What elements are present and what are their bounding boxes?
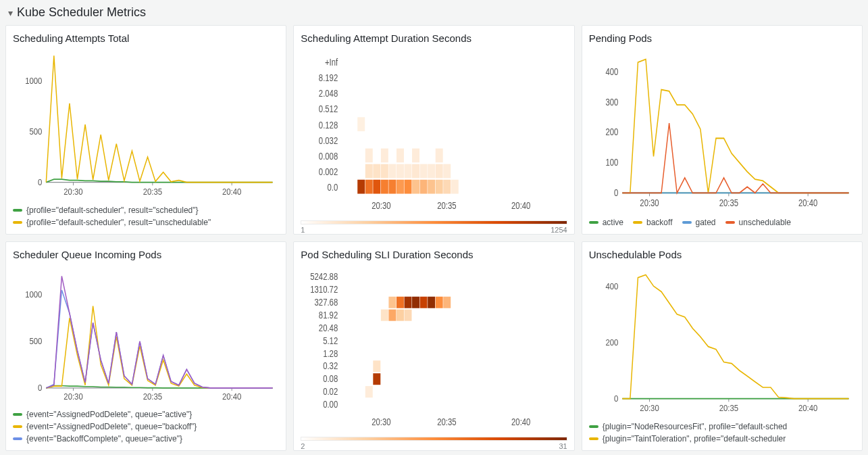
legend-item[interactable]: {event="AssignedPodDelete", queue="backo…	[13, 422, 197, 431]
svg-rect-45	[397, 149, 404, 163]
svg-text:400: 400	[605, 281, 618, 291]
chart-area: 0.00.0020.0080.0320.1280.5122.0488.192+I…	[301, 48, 567, 216]
svg-rect-85	[365, 386, 373, 398]
svg-text:0: 0	[614, 187, 618, 199]
svg-rect-28	[428, 180, 435, 194]
svg-rect-47	[436, 149, 443, 163]
panel-attempt-duration[interactable]: Scheduling Attempt Duration Seconds 0.00…	[293, 25, 574, 235]
panel-grid: Scheduling Attempts Total 0500100020:302…	[0, 25, 868, 455]
svg-rect-32	[365, 164, 373, 178]
section-title: Kube Scheduler Metrics	[17, 5, 146, 20]
chart-area: 010020030040020:3020:3520:40	[589, 48, 855, 214]
svg-rect-30	[444, 180, 451, 194]
svg-text:1000: 1000	[25, 290, 43, 299]
svg-rect-91	[397, 310, 404, 321]
svg-rect-37	[405, 164, 412, 178]
svg-text:20:40: 20:40	[798, 197, 817, 209]
svg-rect-44	[381, 149, 388, 163]
svg-text:200: 200	[605, 126, 618, 138]
svg-rect-24	[397, 180, 404, 194]
svg-text:500: 500	[29, 127, 42, 137]
svg-text:200: 200	[605, 337, 618, 348]
svg-text:20:30: 20:30	[63, 391, 83, 400]
svg-text:0.32: 0.32	[323, 360, 338, 372]
legend-item[interactable]: {plugin="TaintToleration", profile="defa…	[589, 434, 786, 444]
svg-rect-36	[397, 164, 404, 178]
svg-text:20:30: 20:30	[372, 416, 390, 427]
svg-rect-22	[381, 180, 388, 194]
panel-title: Scheduling Attempt Duration Seconds	[301, 32, 567, 44]
svg-text:1000: 1000	[25, 76, 42, 87]
svg-text:+Inf: +Inf	[325, 57, 338, 68]
svg-text:300: 300	[605, 96, 618, 107]
svg-text:20:35: 20:35	[719, 403, 738, 413]
svg-text:20:35: 20:35	[437, 416, 456, 427]
svg-text:0.008: 0.008	[319, 150, 338, 162]
panel-unschedulable[interactable]: Unschedulable Pods 020040020:3020:3520:4…	[582, 241, 863, 451]
svg-text:20:30: 20:30	[640, 197, 659, 209]
color-max: 1254	[551, 226, 567, 234]
legend-item[interactable]: {event="AssignedPodDelete", queue="activ…	[13, 410, 192, 419]
svg-text:0: 0	[38, 383, 43, 392]
legend-item[interactable]: backoff	[633, 218, 672, 227]
legend-item[interactable]: {plugin="NodeResourcesFit", profile="def…	[589, 422, 788, 431]
svg-text:20:40: 20:40	[511, 199, 530, 211]
svg-rect-33	[374, 164, 381, 178]
svg-rect-94	[405, 297, 412, 308]
svg-text:0.128: 0.128	[319, 119, 338, 130]
svg-rect-95	[412, 297, 419, 308]
panel-attempts[interactable]: Scheduling Attempts Total 0500100020:302…	[5, 25, 286, 235]
svg-text:327.68: 327.68	[315, 297, 338, 308]
legend-item[interactable]: {profile="default-scheduler", result="un…	[13, 218, 211, 227]
svg-text:500: 500	[29, 337, 42, 345]
svg-rect-46	[412, 149, 419, 163]
svg-text:20:40: 20:40	[222, 187, 242, 197]
panel-pending[interactable]: Pending Pods 010020030040020:3020:3520:4…	[582, 25, 863, 235]
svg-rect-96	[420, 297, 428, 308]
chart-area: 0500100020:3020:3520:40	[13, 48, 279, 201]
svg-rect-98	[436, 297, 443, 308]
svg-text:20:30: 20:30	[63, 187, 83, 197]
color-min: 1	[301, 226, 305, 234]
chart-area: 020040020:3020:3520:40	[589, 264, 855, 418]
svg-text:20.48: 20.48	[319, 322, 338, 333]
svg-text:20:35: 20:35	[719, 197, 738, 209]
legend-item[interactable]: {profile="default-scheduler", result="sc…	[13, 206, 199, 215]
panel-title: Scheduler Queue Incoming Pods	[13, 249, 279, 260]
panel-title: Pending Pods	[589, 32, 855, 44]
color-scale: 1 1254	[301, 220, 567, 227]
panel-title: Unschedulable Pods	[589, 249, 855, 260]
svg-rect-27	[420, 180, 428, 194]
legend: {plugin="NodeResourcesFit", profile="def…	[589, 422, 855, 444]
svg-rect-43	[365, 149, 373, 163]
svg-rect-40	[428, 164, 435, 178]
chart-area: 0.000.020.080.321.285.1220.4881.92327.68…	[301, 264, 567, 433]
legend-item[interactable]: gated	[682, 218, 716, 227]
panel-queue-incoming[interactable]: Scheduler Queue Incoming Pods 0500100020…	[5, 241, 286, 451]
legend: {profile="default-scheduler", result="sc…	[13, 206, 279, 227]
svg-text:20:40: 20:40	[511, 416, 530, 427]
legend-item[interactable]: unschedulable	[725, 218, 791, 227]
svg-text:1.28: 1.28	[323, 348, 338, 359]
section-header[interactable]: ▾ Kube Scheduler Metrics	[0, 0, 868, 25]
panel-sli-duration[interactable]: Pod Scheduling SLI Duration Seconds 0.00…	[293, 241, 574, 451]
svg-text:400: 400	[605, 66, 618, 77]
svg-text:0.512: 0.512	[319, 103, 338, 115]
svg-rect-48	[358, 117, 365, 131]
svg-rect-23	[389, 180, 397, 194]
svg-text:20:40: 20:40	[798, 403, 818, 413]
legend-item[interactable]: active	[589, 218, 623, 227]
svg-rect-39	[420, 164, 428, 178]
svg-rect-93	[405, 310, 412, 321]
legend-item[interactable]: {event="BackoffComplete", queue="active"…	[13, 434, 182, 444]
svg-rect-20	[365, 180, 373, 194]
color-min: 2	[301, 442, 305, 450]
svg-text:0: 0	[38, 177, 42, 187]
svg-rect-97	[428, 297, 435, 308]
svg-text:2.048: 2.048	[319, 88, 338, 99]
svg-rect-21	[374, 180, 381, 194]
svg-rect-34	[381, 164, 388, 178]
svg-text:0.08: 0.08	[323, 373, 338, 385]
chart-area: 0500100020:3020:3520:40	[13, 264, 279, 406]
svg-rect-19	[358, 180, 365, 194]
